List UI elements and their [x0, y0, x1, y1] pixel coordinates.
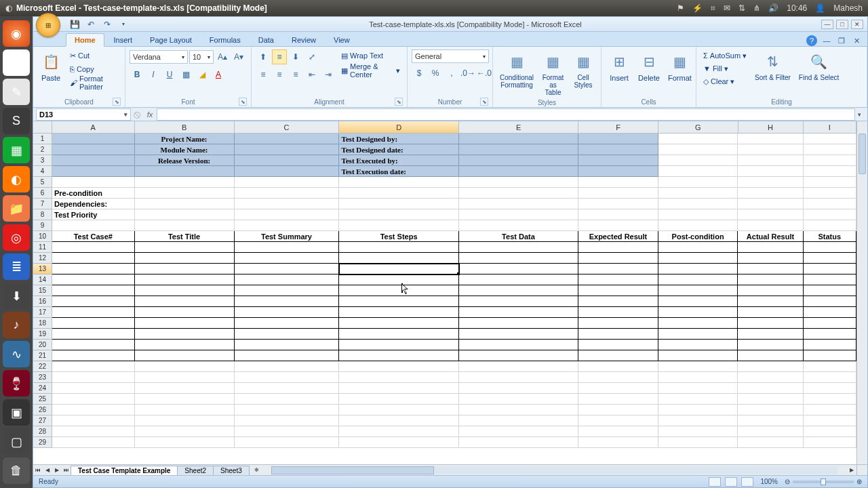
username[interactable]: Mahesh — [833, 3, 863, 13]
zoom-level[interactable]: 100% — [760, 478, 778, 485]
sheet-nav-last-icon[interactable]: ⏭ — [62, 466, 71, 475]
align-middle-icon[interactable]: ≡ — [272, 49, 287, 64]
fill-color-button[interactable]: ◢ — [195, 67, 210, 82]
tab-formulas[interactable]: Formulas — [201, 34, 249, 46]
decrease-decimal-icon[interactable]: ←.0 — [477, 66, 492, 81]
normal-view-icon[interactable] — [709, 477, 721, 487]
terminal-icon[interactable]: ▢ — [3, 428, 30, 455]
increase-indent-icon[interactable]: ⇥ — [321, 67, 336, 82]
conditional-formatting-button[interactable]: ▦Conditional Formatting — [497, 49, 536, 90]
sheet-tab-3[interactable]: Sheet3 — [213, 466, 250, 475]
libreoffice-calc-icon[interactable]: ▦ — [3, 137, 30, 163]
format-as-table-button[interactable]: ▦Format as Table — [539, 49, 567, 98]
page-layout-view-icon[interactable] — [725, 477, 737, 487]
redo-icon[interactable]: ↷ — [101, 18, 113, 30]
clear-button[interactable]: ◇ Clear ▾ — [701, 75, 749, 87]
increase-decimal-icon[interactable]: .0→ — [460, 66, 475, 81]
tab-view[interactable]: View — [326, 34, 358, 46]
firefox-icon[interactable]: ◐ — [3, 166, 30, 192]
undo-icon[interactable]: ↶ — [85, 18, 97, 30]
bold-button[interactable]: B — [130, 67, 144, 82]
italic-button[interactable]: I — [146, 67, 161, 82]
align-bottom-icon[interactable]: ⬇ — [288, 49, 303, 64]
percent-icon[interactable]: % — [428, 66, 443, 81]
files-icon[interactable]: 📁 — [3, 195, 30, 222]
wifi-icon[interactable]: ⋔ — [753, 3, 760, 13]
software-center-icon[interactable]: ◎ — [3, 224, 30, 251]
spreadsheet-grid[interactable]: ABCDEFGHI 123456789101112131415161718192… — [33, 121, 867, 475]
select-all-corner[interactable] — [33, 121, 52, 134]
bolt-icon[interactable]: ⚡ — [692, 3, 703, 13]
clipboard-dialog-icon[interactable]: ⬊ — [113, 98, 121, 106]
tab-insert[interactable]: Insert — [106, 34, 141, 46]
vertical-scrollbar[interactable] — [856, 121, 867, 464]
tab-page-layout[interactable]: Page Layout — [142, 34, 200, 46]
cancel-formula-icon[interactable]: ⦸ — [131, 108, 143, 121]
formula-input[interactable] — [157, 108, 855, 121]
sheet-tab-1[interactable]: Test Case Template Example — [71, 466, 178, 475]
maximize-button[interactable]: □ — [836, 20, 848, 29]
clock[interactable]: 10:46 — [787, 3, 807, 13]
cell-styles-button[interactable]: ▦Cell Styles — [570, 49, 597, 90]
volume-icon[interactable]: 🔊 — [768, 3, 778, 13]
fx-icon[interactable]: fx — [143, 110, 157, 119]
minimize-button[interactable]: — — [821, 20, 833, 29]
cut-button[interactable]: ✂ Cut — [67, 49, 121, 62]
sort-filter-button[interactable]: ⇅Sort & Filter — [752, 49, 793, 83]
office-button[interactable]: ⊞ — [36, 13, 60, 37]
shrink-font-icon[interactable]: A▾ — [231, 49, 246, 64]
sheet-nav-first-icon[interactable]: ⏮ — [33, 466, 43, 475]
font-dialog-icon[interactable]: ⬊ — [239, 98, 247, 106]
sheet-tab-2[interactable]: Sheet2 — [177, 466, 214, 475]
inner-close-button[interactable]: ✕ — [851, 35, 862, 46]
find-select-button[interactable]: 🔍Find & Select — [796, 49, 842, 83]
format-painter-button[interactable]: 🖌 Format Painter — [67, 77, 121, 89]
paste-button[interactable]: 📋Paste — [37, 49, 64, 83]
cells-area[interactable]: Project Name:Test Designed by:Module Nam… — [52, 134, 856, 464]
sheet-nav-prev-icon[interactable]: ◀ — [43, 466, 52, 475]
borders-button[interactable]: ▦ — [178, 67, 193, 82]
inner-restore-button[interactable]: ❐ — [836, 35, 847, 46]
mail-icon[interactable]: ✉ — [724, 3, 730, 13]
expand-formula-bar-icon[interactable]: ▾ — [858, 111, 867, 118]
fill-button[interactable]: ▼ Fill ▾ — [701, 62, 749, 75]
inner-minimize-button[interactable]: — — [821, 35, 832, 46]
qat-customize-icon[interactable]: ▾ — [117, 18, 130, 30]
help-icon[interactable]: ? — [806, 35, 817, 46]
dropbox-icon[interactable]: ⌗ — [711, 3, 715, 13]
font-size-combo[interactable]: 10▾ — [189, 50, 214, 64]
horizontal-scrollbar[interactable] — [271, 466, 837, 474]
grow-font-icon[interactable]: A▴ — [215, 49, 230, 64]
merge-center-button[interactable]: ▦ Merge & Center ▾ — [338, 64, 403, 77]
flag-icon[interactable]: ⚑ — [677, 3, 684, 13]
zoom-slider[interactable] — [793, 481, 854, 483]
wine-icon[interactable]: 🍷 — [3, 370, 30, 396]
sublime-icon[interactable]: S — [3, 108, 30, 134]
currency-icon[interactable]: $ — [412, 66, 427, 81]
row-headers[interactable]: 1234567891011121314151617181920212223242… — [33, 134, 52, 464]
copy-button[interactable]: ⎘ Copy — [67, 63, 121, 75]
zoom-out-icon[interactable]: ⊖ — [785, 478, 790, 485]
hscroll-right-icon[interactable]: ▶ — [847, 466, 856, 475]
close-button[interactable]: ✕ — [851, 20, 863, 29]
tab-data[interactable]: Data — [250, 34, 282, 46]
insert-cells-button[interactable]: ⊞Insert — [606, 49, 633, 83]
tab-home[interactable]: Home — [66, 33, 104, 47]
save-icon[interactable]: 💾 — [68, 18, 81, 30]
downloads-icon[interactable]: ⬇ — [3, 283, 30, 309]
gedit-icon[interactable]: ✎ — [3, 79, 30, 105]
decrease-indent-icon[interactable]: ⇤ — [304, 67, 319, 82]
trash-icon[interactable]: 🗑 — [3, 458, 30, 484]
dash-icon[interactable]: ◉ — [3, 20, 30, 47]
font-color-button[interactable]: A — [211, 67, 226, 82]
chrome-icon[interactable]: ◉ — [3, 49, 30, 76]
rhythmbox-icon[interactable]: ♪ — [3, 312, 30, 338]
format-cells-button[interactable]: ▦Format — [665, 49, 694, 83]
python-icon[interactable]: ∿ — [3, 341, 30, 367]
column-headers[interactable]: ABCDEFGHI — [52, 121, 856, 134]
align-center-icon[interactable]: ≡ — [272, 67, 287, 82]
orientation-icon[interactable]: ⤢ — [304, 49, 319, 64]
align-top-icon[interactable]: ⬆ — [256, 49, 271, 64]
new-sheet-icon[interactable]: ✻ — [252, 466, 262, 475]
number-format-combo[interactable]: General▾ — [412, 49, 489, 63]
